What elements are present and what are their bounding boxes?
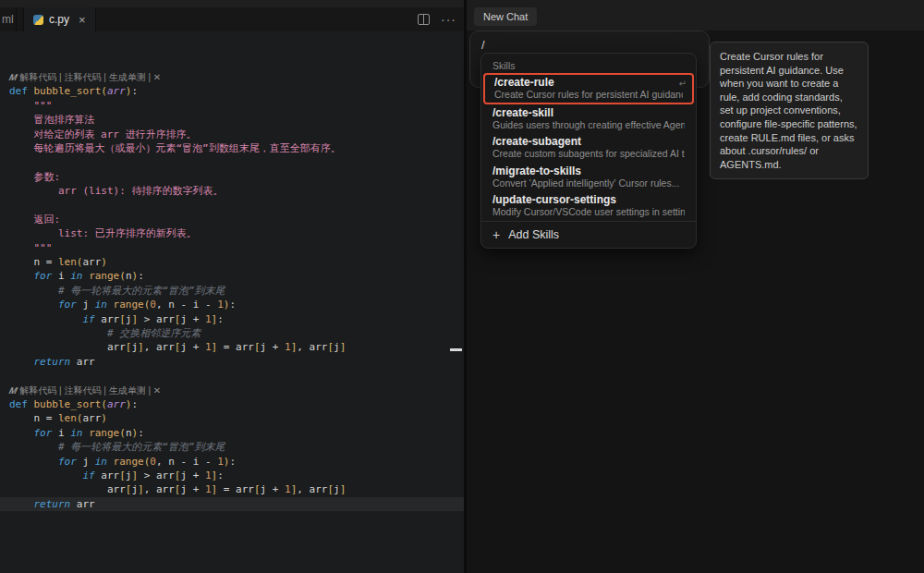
- code-line[interactable]: arr[j], arr[j + 1] = arr[j + 1], arr[j]: [0, 340, 464, 354]
- code-token: range: [114, 299, 144, 311]
- code-token: in: [70, 427, 82, 439]
- python-file-icon: [33, 15, 43, 25]
- code-token: arr: [70, 356, 95, 368]
- tab-cpy[interactable]: c.py ×: [23, 7, 96, 31]
- code-line[interactable]: """: [0, 241, 464, 255]
- code-token: 1: [285, 483, 291, 495]
- code-token: [28, 398, 34, 410]
- overview-ruler-marker[interactable]: [450, 348, 462, 351]
- code-token: in: [95, 456, 107, 468]
- code-line[interactable]: for i in range(n):: [0, 269, 464, 283]
- tab-partial-ml[interactable]: ml: [0, 7, 17, 31]
- code-line[interactable]: 冒泡排序算法: [0, 113, 464, 127]
- code-token: :: [217, 469, 224, 482]
- code-lines: M解释代码 | 注释代码 | 生成单测 | ✕def bubble_sort(a…: [0, 70, 464, 511]
- code-token: (: [101, 398, 107, 410]
- code-token: = arr: [217, 341, 254, 353]
- code-token: :: [131, 85, 138, 97]
- code-line[interactable]: list: 已升序排序的新列表。: [0, 226, 464, 240]
- code-token: 返回:: [9, 213, 60, 226]
- code-line[interactable]: # 每一轮将最大的元素“冒泡”到末尾: [0, 440, 464, 454]
- code-token: j +: [180, 483, 205, 495]
- code-line[interactable]: if arr[j] > arr[j + 1]:: [0, 312, 464, 326]
- code-token: [: [254, 341, 261, 353]
- code-line[interactable]: if arr[j] > arr[j + 1]:: [0, 469, 464, 482]
- code-token: i: [52, 427, 70, 439]
- skill-item-create-rule[interactable]: /create-ruleCreate Cursor rules for pers…: [483, 73, 694, 104]
- code-line[interactable]: def bubble_sort(arr):: [0, 84, 464, 98]
- code-token: return: [34, 356, 71, 368]
- code-line[interactable]: [0, 199, 464, 213]
- code-token: > arr: [138, 313, 175, 325]
- code-line[interactable]: arr[j], arr[j + 1] = arr[j + 1], arr[j]: [0, 482, 464, 496]
- code-token: (: [119, 270, 126, 282]
- codelens-actions[interactable]: 解释代码 | 注释代码 | 生成单测 | ✕: [19, 385, 161, 396]
- code-token: bubble_sort: [34, 398, 102, 410]
- skill-desc: Guides users through creating effective …: [492, 119, 685, 131]
- code-token: [9, 299, 58, 311]
- code-token: , arr: [144, 483, 175, 495]
- code-editor[interactable]: M解释代码 | 注释代码 | 生成单测 | ✕def bubble_sort(a…: [0, 31, 464, 573]
- code-token: range: [89, 270, 119, 282]
- chat-panel: New Chat / Skills /create-ruleCreate Cur…: [467, 0, 924, 573]
- code-token: 每轮遍历将最大（或最小）元素“冒泡”到数组末尾，直至全部有序。: [9, 142, 341, 154]
- add-skills-label: Add Skills: [508, 228, 559, 241]
- skill-item-create-skill[interactable]: /create-skillGuides users through creati…: [481, 104, 696, 134]
- code-line[interactable]: return arr: [0, 355, 464, 369]
- code-token: ]: [340, 483, 346, 495]
- code-line[interactable]: 每轮遍历将最大（或最小）元素“冒泡”到数组末尾，直至全部有序。: [0, 141, 464, 155]
- code-line[interactable]: arr (list): 待排序的数字列表。: [0, 184, 464, 198]
- new-chat-tab[interactable]: New Chat: [474, 7, 537, 26]
- code-token: n =: [9, 256, 58, 268]
- code-token: 0: [150, 299, 156, 311]
- codelens[interactable]: M解释代码 | 注释代码 | 生成单测 | ✕: [0, 70, 464, 84]
- code-line[interactable]: for i in range(n):: [0, 426, 464, 440]
- code-token: j: [77, 299, 95, 311]
- code-token: len: [58, 412, 77, 424]
- code-line[interactable]: # 每一轮将最大的元素“冒泡”到末尾: [0, 284, 464, 298]
- skill-item-migrate-to-skills[interactable]: /migrate-to-skillsConvert 'Applied intel…: [481, 163, 696, 192]
- code-line[interactable]: for j in range(0, n - i - 1):: [0, 298, 464, 311]
- code-token: if: [82, 313, 94, 325]
- code-token: , arr: [144, 341, 175, 353]
- code-line[interactable]: for j in range(0, n - i - 1):: [0, 455, 464, 469]
- app-window: ml c.py × ··· M解释代码 | 注释代码 | 生成单测 | ✕def…: [0, 0, 924, 573]
- code-token: , n - i -: [156, 299, 217, 311]
- code-line[interactable]: """: [0, 99, 464, 113]
- code-line[interactable]: n = len(arr): [0, 255, 464, 269]
- code-line[interactable]: return arr: [0, 497, 464, 511]
- code-token: range: [114, 456, 144, 468]
- code-token: [9, 356, 34, 368]
- code-token: [9, 270, 34, 282]
- code-line[interactable]: [0, 155, 464, 169]
- codelens[interactable]: M解释代码 | 注释代码 | 生成单测 | ✕: [0, 384, 464, 397]
- add-skills-button[interactable]: + Add Skills: [481, 221, 696, 248]
- code-token: if: [82, 469, 94, 482]
- code-line[interactable]: # 交换相邻逆序元素: [0, 326, 464, 340]
- codelens-actions[interactable]: 解释代码 | 注释代码 | 生成单测 | ✕: [19, 72, 161, 82]
- code-token: def: [9, 85, 28, 97]
- skill-desc: Create Cursor rules for persistent AI gu…: [494, 89, 683, 101]
- code-token: n: [126, 270, 132, 282]
- more-actions-icon[interactable]: ···: [441, 15, 456, 24]
- tab-close-icon[interactable]: ×: [79, 14, 86, 26]
- code-token: len: [58, 256, 77, 268]
- code-token: """: [9, 242, 52, 254]
- code-line[interactable]: 对给定的列表 arr 进行升序排序。: [0, 128, 464, 141]
- skill-item-create-subagent[interactable]: /create-subagentCreate custom subagents …: [481, 133, 696, 163]
- code-token: 1: [205, 341, 212, 353]
- code-token: def: [9, 398, 28, 410]
- skill-item-update-cursor-settings[interactable]: /update-cursor-settingsModify Cursor/VSC…: [481, 191, 696, 221]
- code-line[interactable]: [0, 369, 464, 383]
- code-token: ]: [340, 341, 346, 353]
- code-line[interactable]: 返回:: [0, 213, 464, 226]
- code-token: = arr: [217, 483, 254, 495]
- code-token: arr: [9, 483, 126, 495]
- code-token: 1: [205, 313, 212, 325]
- code-token: :: [229, 456, 236, 468]
- split-editor-icon[interactable]: [418, 14, 430, 25]
- code-line[interactable]: 参数:: [0, 170, 464, 184]
- code-token: j +: [180, 313, 205, 325]
- code-line[interactable]: def bubble_sort(arr):: [0, 397, 464, 411]
- code-line[interactable]: n = len(arr): [0, 411, 464, 425]
